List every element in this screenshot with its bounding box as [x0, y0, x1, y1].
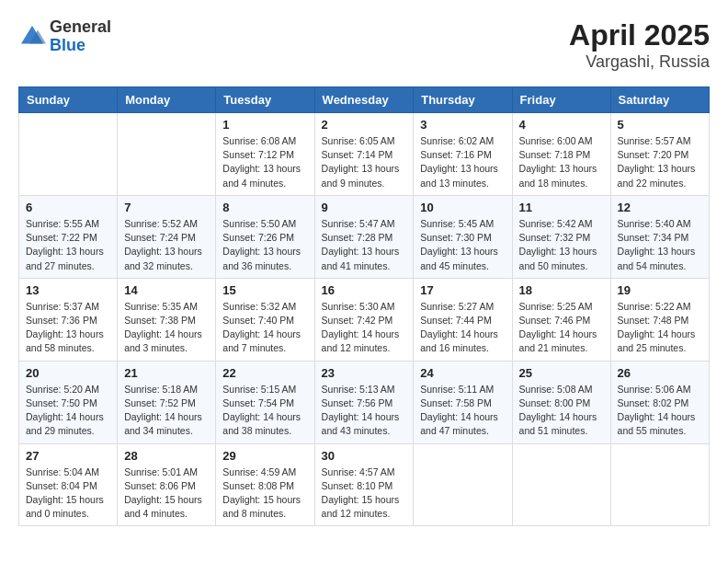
day-info: Sunrise: 5:15 AMSunset: 7:54 PMDaylight:… — [222, 383, 307, 439]
day-number: 14 — [124, 283, 209, 297]
calendar-cell: 19Sunrise: 5:22 AMSunset: 7:48 PMDayligh… — [610, 278, 709, 361]
day-number: 20 — [26, 366, 110, 380]
calendar-cell: 6Sunrise: 5:55 AMSunset: 7:22 PMDaylight… — [19, 195, 118, 278]
day-info: Sunrise: 5:57 AMSunset: 7:20 PMDaylight:… — [618, 134, 702, 190]
calendar-cell: 21Sunrise: 5:18 AMSunset: 7:52 PMDayligh… — [118, 361, 216, 443]
day-info: Sunrise: 5:32 AMSunset: 7:40 PMDaylight:… — [222, 300, 307, 356]
day-number: 18 — [519, 283, 604, 297]
day-number: 9 — [322, 201, 407, 214]
day-number: 30 — [322, 449, 407, 463]
day-info: Sunrise: 4:57 AMSunset: 8:10 PMDaylight:… — [322, 465, 407, 522]
day-info: Sunrise: 5:25 AMSunset: 7:46 PMDaylight:… — [519, 300, 604, 356]
day-number: 17 — [420, 283, 505, 297]
calendar-cell: 5Sunrise: 5:57 AMSunset: 7:20 PMDaylight… — [610, 113, 709, 196]
page-header: General Blue April 2025 Vargashi, Russia — [18, 18, 710, 72]
day-number: 12 — [618, 201, 702, 214]
day-number: 3 — [420, 118, 505, 132]
calendar-cell: 1Sunrise: 6:08 AMSunset: 7:12 PMDaylight… — [216, 113, 314, 196]
day-number: 28 — [124, 449, 209, 463]
calendar-cell: 2Sunrise: 6:05 AMSunset: 7:14 PMDaylight… — [314, 113, 414, 196]
day-number: 8 — [222, 201, 307, 214]
calendar-cell: 24Sunrise: 5:11 AMSunset: 7:58 PMDayligh… — [414, 361, 512, 443]
calendar-cell: 16Sunrise: 5:30 AMSunset: 7:42 PMDayligh… — [314, 278, 414, 361]
day-number: 13 — [26, 283, 110, 297]
day-number: 10 — [420, 201, 505, 214]
day-info: Sunrise: 4:59 AMSunset: 8:08 PMDaylight:… — [222, 465, 307, 522]
day-info: Sunrise: 5:35 AMSunset: 7:38 PMDaylight:… — [124, 300, 209, 356]
calendar-week-row: 6Sunrise: 5:55 AMSunset: 7:22 PMDaylight… — [19, 195, 710, 278]
weekday-header: Monday — [118, 87, 216, 113]
calendar-cell: 22Sunrise: 5:15 AMSunset: 7:54 PMDayligh… — [216, 361, 314, 443]
day-info: Sunrise: 5:13 AMSunset: 7:56 PMDaylight:… — [322, 383, 407, 439]
day-info: Sunrise: 6:02 AMSunset: 7:16 PMDaylight:… — [420, 134, 505, 190]
calendar-cell: 9Sunrise: 5:47 AMSunset: 7:28 PMDaylight… — [314, 195, 414, 278]
page-subtitle: Vargashi, Russia — [569, 52, 710, 72]
day-info: Sunrise: 5:20 AMSunset: 7:50 PMDaylight:… — [26, 383, 110, 439]
day-number: 11 — [519, 201, 604, 214]
day-number: 5 — [618, 118, 702, 132]
calendar-cell — [414, 443, 512, 526]
day-number: 1 — [222, 118, 307, 132]
calendar-cell: 4Sunrise: 6:00 AMSunset: 7:18 PMDaylight… — [512, 113, 610, 196]
day-info: Sunrise: 5:40 AMSunset: 7:34 PMDaylight:… — [618, 217, 702, 273]
calendar-week-row: 20Sunrise: 5:20 AMSunset: 7:50 PMDayligh… — [19, 361, 710, 443]
calendar-cell: 20Sunrise: 5:20 AMSunset: 7:50 PMDayligh… — [19, 361, 118, 443]
day-number: 6 — [26, 201, 110, 214]
day-info: Sunrise: 5:50 AMSunset: 7:26 PMDaylight:… — [222, 217, 307, 273]
calendar-cell — [19, 113, 118, 196]
calendar-cell: 8Sunrise: 5:50 AMSunset: 7:26 PMDaylight… — [216, 195, 314, 278]
day-info: Sunrise: 5:47 AMSunset: 7:28 PMDaylight:… — [322, 217, 407, 273]
day-info: Sunrise: 5:04 AMSunset: 8:04 PMDaylight:… — [26, 465, 110, 522]
calendar-cell: 29Sunrise: 4:59 AMSunset: 8:08 PMDayligh… — [216, 443, 314, 526]
day-number: 2 — [322, 118, 407, 132]
day-number: 25 — [519, 366, 604, 380]
title-block: April 2025 Vargashi, Russia — [569, 18, 710, 72]
logo-icon — [18, 23, 46, 51]
calendar-cell: 30Sunrise: 4:57 AMSunset: 8:10 PMDayligh… — [314, 443, 414, 526]
calendar-cell: 23Sunrise: 5:13 AMSunset: 7:56 PMDayligh… — [314, 361, 414, 443]
day-info: Sunrise: 5:37 AMSunset: 7:36 PMDaylight:… — [26, 300, 110, 356]
calendar-cell: 11Sunrise: 5:42 AMSunset: 7:32 PMDayligh… — [512, 195, 610, 278]
day-info: Sunrise: 5:55 AMSunset: 7:22 PMDaylight:… — [26, 217, 110, 273]
day-number: 29 — [222, 449, 307, 463]
logo: General Blue — [18, 18, 111, 55]
weekday-header: Tuesday — [216, 87, 314, 113]
calendar-cell: 27Sunrise: 5:04 AMSunset: 8:04 PMDayligh… — [19, 443, 118, 526]
calendar-cell: 14Sunrise: 5:35 AMSunset: 7:38 PMDayligh… — [118, 278, 216, 361]
calendar-cell: 15Sunrise: 5:32 AMSunset: 7:40 PMDayligh… — [216, 278, 314, 361]
calendar-header-row: SundayMondayTuesdayWednesdayThursdayFrid… — [19, 87, 710, 113]
calendar-cell — [512, 443, 610, 526]
day-number: 19 — [618, 283, 702, 297]
calendar-week-row: 1Sunrise: 6:08 AMSunset: 7:12 PMDaylight… — [19, 113, 710, 196]
day-info: Sunrise: 5:08 AMSunset: 8:00 PMDaylight:… — [519, 383, 604, 439]
day-info: Sunrise: 5:42 AMSunset: 7:32 PMDaylight:… — [519, 217, 604, 273]
calendar-cell: 28Sunrise: 5:01 AMSunset: 8:06 PMDayligh… — [118, 443, 216, 526]
day-number: 23 — [322, 366, 407, 380]
calendar-cell: 3Sunrise: 6:02 AMSunset: 7:16 PMDaylight… — [414, 113, 512, 196]
calendar-cell: 7Sunrise: 5:52 AMSunset: 7:24 PMDaylight… — [118, 195, 216, 278]
day-info: Sunrise: 5:52 AMSunset: 7:24 PMDaylight:… — [124, 217, 209, 273]
day-info: Sunrise: 5:45 AMSunset: 7:30 PMDaylight:… — [420, 217, 505, 273]
logo-general-text: General — [50, 17, 111, 36]
day-number: 15 — [222, 283, 307, 297]
day-info: Sunrise: 5:30 AMSunset: 7:42 PMDaylight:… — [322, 300, 407, 356]
day-info: Sunrise: 5:06 AMSunset: 8:02 PMDaylight:… — [618, 383, 702, 439]
logo-blue-text: Blue — [50, 36, 85, 54]
weekday-header: Wednesday — [314, 87, 414, 113]
calendar-cell: 13Sunrise: 5:37 AMSunset: 7:36 PMDayligh… — [19, 278, 118, 361]
day-info: Sunrise: 5:27 AMSunset: 7:44 PMDaylight:… — [420, 300, 505, 356]
calendar-cell: 26Sunrise: 5:06 AMSunset: 8:02 PMDayligh… — [610, 361, 709, 443]
day-info: Sunrise: 5:18 AMSunset: 7:52 PMDaylight:… — [124, 383, 209, 439]
calendar-cell: 10Sunrise: 5:45 AMSunset: 7:30 PMDayligh… — [414, 195, 512, 278]
calendar-week-row: 13Sunrise: 5:37 AMSunset: 7:36 PMDayligh… — [19, 278, 710, 361]
day-number: 22 — [222, 366, 307, 380]
day-info: Sunrise: 6:00 AMSunset: 7:18 PMDaylight:… — [519, 134, 604, 190]
day-info: Sunrise: 6:08 AMSunset: 7:12 PMDaylight:… — [222, 134, 307, 190]
calendar-cell: 18Sunrise: 5:25 AMSunset: 7:46 PMDayligh… — [512, 278, 610, 361]
calendar-cell: 12Sunrise: 5:40 AMSunset: 7:34 PMDayligh… — [610, 195, 709, 278]
page-title: April 2025 — [569, 18, 710, 52]
day-info: Sunrise: 5:22 AMSunset: 7:48 PMDaylight:… — [618, 300, 702, 356]
weekday-header: Thursday — [414, 87, 512, 113]
day-info: Sunrise: 5:01 AMSunset: 8:06 PMDaylight:… — [124, 465, 209, 522]
calendar-table: SundayMondayTuesdayWednesdayThursdayFrid… — [18, 86, 710, 526]
